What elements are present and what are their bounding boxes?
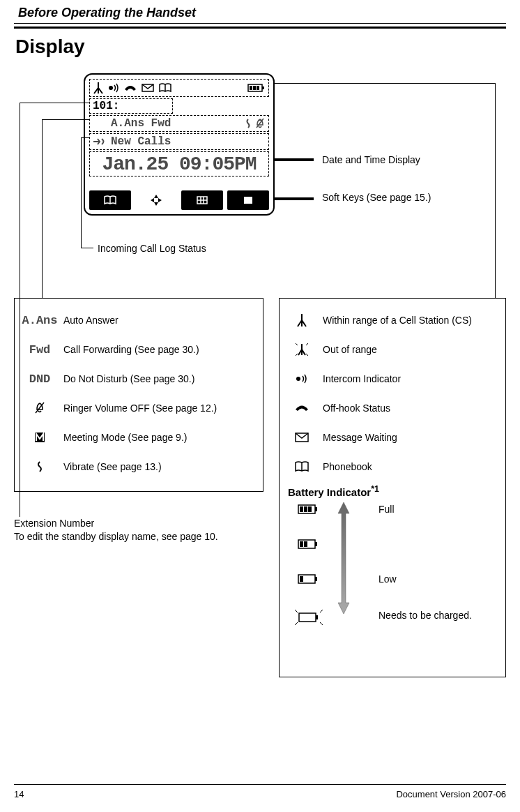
offhook-label: Off-hook Status: [323, 403, 390, 414]
message-icon: [295, 433, 309, 442]
fwd-label: Call Forwarding (See page 30.): [63, 344, 199, 355]
intercom-icon: [108, 83, 119, 93]
svg-rect-24: [300, 541, 303, 547]
datetime-row: Jan.25 09:05PM: [89, 151, 269, 176]
svg-rect-30: [316, 615, 318, 619]
callout-line: [81, 137, 89, 138]
battery-one-icon: [298, 573, 319, 585]
mode-text: A.Ans Fwd: [111, 117, 171, 130]
battery-full-label: Full: [378, 504, 395, 515]
signal-icon: [296, 313, 307, 327]
datetime-text: Jan.25 09:05PM: [102, 153, 256, 175]
extension-row: 101:: [89, 98, 173, 114]
softkeys-callout: Soft Keys (See page 15.): [322, 192, 431, 203]
legend-row-meeting: Meeting Mode (See page 9.): [23, 423, 254, 452]
aans-icon: A.Ans: [22, 314, 58, 327]
extension-number: 101:: [93, 100, 119, 112]
bell-off-icon: [35, 402, 45, 414]
callout-line: [275, 83, 495, 84]
svg-rect-23: [315, 542, 317, 546]
footer-rule: [14, 784, 506, 785]
vibrate-icon: [245, 118, 252, 129]
svg-rect-27: [315, 577, 317, 581]
legend-row-inrange: Within range of a Cell Station (CS): [288, 306, 497, 335]
section-title: Display: [14, 36, 506, 58]
inrange-label: Within range of a Cell Station (CS): [323, 315, 472, 326]
softkey-row: [89, 190, 269, 210]
signal-blink-icon: [293, 341, 310, 358]
meeting-label: Meeting Mode (See page 9.): [63, 432, 187, 443]
battery-two-icon: [298, 539, 319, 550]
legend-row-msg: Message Waiting: [288, 423, 497, 452]
callout-line: [81, 137, 82, 248]
mode-row: A.Ans Fwd: [89, 115, 269, 132]
page-number: 14: [14, 789, 24, 799]
extension-note: Extension Number To edit the standby dis…: [14, 517, 218, 543]
doc-version: Document Version 2007-06: [396, 789, 506, 799]
message-icon: [142, 84, 154, 92]
svg-rect-19: [300, 506, 303, 512]
ext-note-line2: To edit the standby display name, see pa…: [14, 530, 218, 543]
callout-line: [81, 248, 93, 248]
msg-label: Message Waiting: [323, 432, 397, 443]
battery-arrow-icon: [337, 502, 351, 614]
svg-point-0: [109, 86, 113, 90]
svg-rect-12: [244, 197, 252, 204]
battery-full-icon: [298, 504, 319, 515]
battery-empty-blink-icon: [293, 608, 324, 626]
incoming-call-icon: [93, 137, 107, 146]
status-bar: [89, 79, 269, 97]
datetime-callout: Date and Time Display: [322, 154, 420, 165]
callout-line: [275, 197, 314, 200]
offhook-icon: [123, 84, 137, 92]
legend-row-fwd: Fwd Call Forwarding (See page 30.): [23, 335, 254, 364]
svg-rect-29: [299, 613, 316, 622]
svg-rect-18: [315, 507, 317, 511]
signal-icon: [93, 82, 104, 94]
battery-low-label: Low: [378, 573, 397, 585]
svg-rect-5: [253, 86, 256, 90]
legend-row-vibrate: Vibrate (See page 13.): [23, 452, 254, 481]
dnd-icon: DND: [29, 373, 51, 386]
intercom-icon: [296, 373, 308, 384]
callout-line: [42, 119, 89, 120]
offhook-icon: [294, 403, 309, 413]
legend-row-intercom: Intercom Indicator: [288, 364, 497, 393]
page-footer: 14 Document Version 2007-06: [0, 784, 520, 812]
bell-off-icon: [256, 118, 264, 129]
softkey-1: [89, 190, 131, 210]
phonebook-icon: [294, 461, 309, 472]
softkey-2: [135, 190, 177, 210]
battery-icon: [247, 83, 266, 93]
softkey-3: [181, 190, 223, 210]
legend-row-phonebook: Phonebook: [288, 452, 497, 481]
rule-thin: [14, 23, 506, 24]
svg-rect-20: [304, 506, 307, 512]
vibrate-icon: [36, 460, 44, 473]
battery-indicator-title: Battery Indicator*1: [288, 484, 497, 498]
svg-rect-21: [308, 506, 312, 512]
svg-rect-3: [262, 87, 264, 89]
legend-row-outrange: Out of range: [288, 335, 497, 364]
callout-line: [42, 119, 43, 298]
legend-left: A.Ans Auto Answer Fwd Call Forwarding (S…: [14, 298, 263, 492]
svg-rect-25: [304, 541, 307, 547]
calls-text: New Calls: [111, 135, 171, 148]
softkey-4: [227, 190, 269, 210]
calls-row: New Calls: [89, 133, 269, 150]
callout-line: [495, 83, 496, 298]
dnd-label: Do Not Disturb (See page 30.): [63, 373, 194, 384]
callout-line: [20, 103, 89, 103]
legend-row-dnd: DND Do Not Disturb (See page 30.): [23, 364, 254, 393]
diagram-canvas: 101: A.Ans Fwd New Calls Jan.25 09:05PM: [14, 73, 506, 687]
svg-point-15: [296, 377, 300, 381]
rule-thick: [14, 27, 506, 29]
chapter-header: Before Operating the Handset: [14, 0, 506, 23]
svg-rect-4: [250, 86, 252, 90]
ringer-label: Ringer Volume OFF (See page 12.): [63, 403, 217, 414]
incoming-callout: Incoming Call Log Status: [98, 243, 206, 254]
vibrate-label: Vibrate (See page 13.): [63, 461, 162, 472]
legend-row-aans: A.Ans Auto Answer: [23, 306, 254, 335]
phonebook-label: Phonebook: [323, 461, 372, 472]
phone-screen: 101: A.Ans Fwd New Calls Jan.25 09:05PM: [84, 73, 275, 216]
